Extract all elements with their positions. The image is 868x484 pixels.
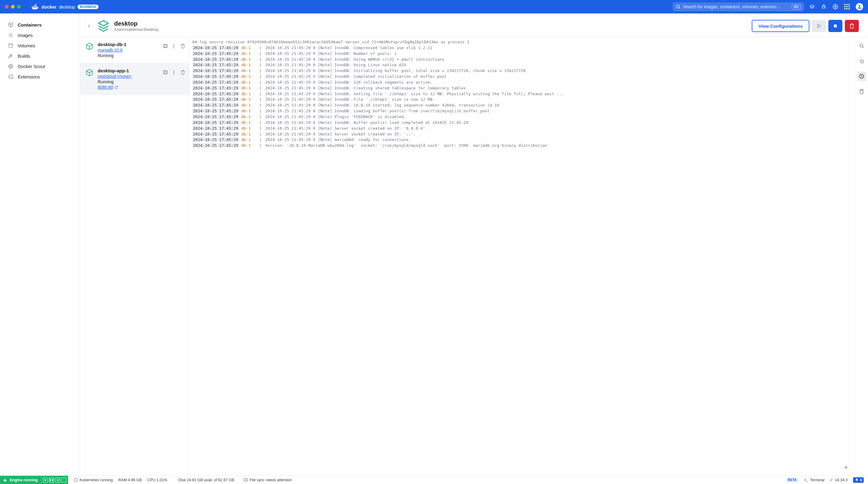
container-list: desktop-db-1 mariadb:10.6 Running deskto… bbox=[80, 37, 189, 476]
clock-icon bbox=[859, 73, 864, 79]
titlebar: docker desktop BUSINESS ⌘K bbox=[0, 0, 868, 13]
close-window-button[interactable] bbox=[5, 5, 8, 8]
back-button[interactable] bbox=[86, 22, 93, 30]
wrench-icon bbox=[8, 53, 13, 59]
svg-point-0 bbox=[677, 5, 679, 8]
search-logs-button[interactable] bbox=[857, 41, 866, 50]
sidebar-item-images[interactable]: Images bbox=[0, 30, 80, 40]
version-text: v4.34.3 bbox=[835, 478, 847, 482]
engine-status-text: Engine running bbox=[10, 478, 38, 482]
engine-status[interactable]: Engine running bbox=[0, 476, 41, 484]
window-controls bbox=[5, 5, 21, 8]
docker-logo-icon bbox=[32, 4, 39, 9]
notifications-badge[interactable]: 4 bbox=[853, 477, 864, 483]
filesync-status[interactable]: File sync needs attention bbox=[244, 478, 292, 482]
container-name: desktop-app-1 bbox=[98, 68, 159, 73]
log-line: 2024-10-25 17:45:29 db-1 | 2024-10-25 21… bbox=[192, 74, 851, 79]
copy-icon bbox=[859, 58, 864, 64]
container-status: Running bbox=[98, 79, 159, 84]
log-line: 2024-10-25 17:45:29 db-1 | 2024-10-25 21… bbox=[192, 86, 851, 91]
view-configurations-button[interactable]: View Configurations bbox=[752, 20, 809, 32]
log-line: 2024-10-25 17:45:29 db-1 | 2024-10-25 21… bbox=[192, 102, 851, 108]
search-icon bbox=[676, 4, 681, 9]
kubernetes-icon bbox=[73, 478, 78, 482]
whale-icon bbox=[3, 478, 7, 482]
sidebar-item-containers[interactable]: Containers bbox=[0, 20, 80, 30]
terminal-toggle[interactable]: Terminal bbox=[804, 478, 824, 482]
log-line: 2024-10-25 17:45:29 db-1 | 2024-10-25 21… bbox=[192, 114, 851, 120]
sidebar-item-extensions[interactable]: Extensions bbox=[0, 71, 80, 82]
stop-container-icon[interactable] bbox=[163, 44, 167, 48]
svg-point-10 bbox=[860, 44, 863, 47]
logs-output[interactable]: 04-log source revision 8f020508c87461bbe… bbox=[189, 37, 855, 476]
start-button[interactable] bbox=[812, 20, 826, 32]
scroll-to-bottom-button[interactable] bbox=[842, 463, 850, 471]
log-line: 2024-10-25 17:45:29 db-1 | Version: '10.… bbox=[192, 143, 851, 149]
version-info[interactable]: ✓ v4.34.3 bbox=[830, 478, 847, 482]
engine-menu-icon[interactable]: ⋮ bbox=[61, 478, 66, 482]
container-menu-icon[interactable] bbox=[173, 44, 174, 48]
sidebar-item-builds[interactable]: Builds bbox=[0, 51, 80, 61]
apps-grid-icon[interactable] bbox=[844, 4, 850, 9]
sidebar: Containers Images Volumes Builds Docker … bbox=[0, 13, 80, 476]
trash-icon[interactable] bbox=[180, 70, 185, 75]
container-image-link[interactable]: mariadb:10.6 bbox=[98, 47, 123, 53]
bell-icon bbox=[855, 478, 859, 482]
puzzle-icon bbox=[8, 74, 13, 79]
search-shortcut: ⌘K bbox=[792, 4, 801, 9]
log-line: 2024-10-25 17:45:29 db-1 | 2024-10-25 21… bbox=[192, 120, 851, 126]
scout-icon bbox=[8, 63, 13, 69]
svg-point-8 bbox=[10, 65, 11, 67]
learning-icon[interactable] bbox=[809, 4, 815, 9]
log-line: 2024-10-25 17:45:29 db-1 | 2024-10-25 21… bbox=[192, 57, 851, 63]
user-avatar[interactable] bbox=[856, 3, 863, 10]
trash-icon[interactable] bbox=[180, 44, 185, 49]
timestamps-toggle[interactable] bbox=[857, 72, 866, 81]
engine-pause-icon[interactable]: ❚❚ bbox=[49, 478, 54, 482]
play-icon bbox=[816, 23, 822, 29]
stop-container-icon[interactable] bbox=[163, 70, 167, 74]
svg-point-6 bbox=[9, 43, 12, 45]
compose-stack-icon bbox=[97, 20, 110, 32]
statusbar: Engine running ▶ ❚❚ ⏻ ⋮ Kubernetes runni… bbox=[0, 476, 868, 484]
brand-text-b: desktop bbox=[59, 4, 75, 9]
container-port-link[interactable]: 8080:80 bbox=[98, 85, 118, 90]
check-icon: ✓ bbox=[830, 478, 833, 482]
copy-logs-button[interactable] bbox=[857, 57, 866, 66]
log-line: 2024-10-25 17:45:29 db-1 | 2024-10-25 21… bbox=[192, 132, 851, 137]
stop-button[interactable] bbox=[828, 20, 842, 32]
log-line: 2024-10-25 17:45:29 db-1 | 2024-10-25 21… bbox=[192, 68, 851, 74]
sidebar-item-scout[interactable]: Docker Scout bbox=[0, 61, 80, 71]
volume-icon bbox=[8, 43, 13, 48]
delete-button[interactable] bbox=[845, 20, 859, 32]
fullscreen-window-button[interactable] bbox=[17, 5, 21, 8]
global-search[interactable]: ⌘K bbox=[673, 2, 804, 11]
svg-marker-13 bbox=[74, 478, 77, 481]
bug-icon[interactable] bbox=[821, 4, 827, 9]
minimize-window-button[interactable] bbox=[11, 5, 14, 8]
log-line: 2024-10-25 17:45:29 db-1 | 2024-10-25 21… bbox=[192, 126, 851, 132]
warning-icon bbox=[244, 478, 248, 482]
container-list-item[interactable]: desktop-db-1 mariadb:10.6 Running bbox=[80, 37, 189, 63]
svg-rect-9 bbox=[834, 24, 837, 27]
container-image-link[interactable]: nextcloud:<none> bbox=[98, 74, 131, 79]
engine-play-icon[interactable]: ▶ bbox=[43, 478, 48, 482]
log-line: 2024-10-25 17:45:29 db-1 | 2024-10-25 21… bbox=[192, 91, 851, 97]
beta-badge: BETA bbox=[786, 478, 798, 482]
trash-icon bbox=[849, 23, 855, 29]
svg-rect-11 bbox=[861, 60, 863, 63]
k8s-status-text: Kubernetes running bbox=[80, 478, 113, 482]
container-list-item[interactable]: desktop-app-1 nextcloud:<none> Running 8… bbox=[80, 63, 189, 95]
svg-point-2 bbox=[835, 6, 836, 8]
clear-logs-button[interactable] bbox=[857, 87, 866, 96]
settings-gear-icon[interactable] bbox=[833, 4, 838, 9]
log-line: 2024-10-25 17:45:29 db-1 | 2024-10-25 21… bbox=[192, 45, 851, 51]
sidebar-item-label: Docker Scout bbox=[18, 64, 45, 69]
sidebar-item-volumes[interactable]: Volumes bbox=[0, 40, 80, 51]
container-menu-icon[interactable] bbox=[173, 70, 174, 74]
sidebar-item-label: Containers bbox=[18, 22, 41, 28]
svg-point-3 bbox=[859, 5, 860, 7]
svg-rect-1 bbox=[823, 6, 825, 8]
search-input[interactable] bbox=[683, 4, 789, 9]
engine-power-icon[interactable]: ⏻ bbox=[55, 478, 60, 482]
